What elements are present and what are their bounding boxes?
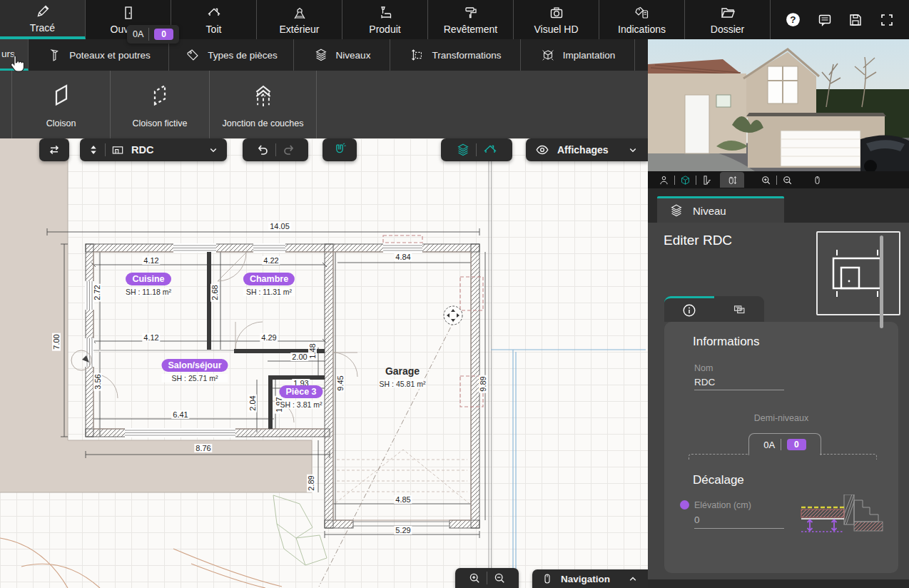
swap-view-button[interactable] — [39, 138, 69, 161]
comment-icon[interactable] — [816, 11, 833, 29]
room-name[interactable]: Salon/séjour — [161, 359, 228, 372]
help-icon[interactable] — [784, 11, 802, 29]
level-thumbnail[interactable] — [816, 231, 900, 315]
exterior-icon — [291, 4, 308, 21]
floorplan-canvas[interactable]: 14.054.124.224.842.722.687.004.124.292.0… — [0, 138, 648, 588]
tab-dossier[interactable]: Dossier — [685, 0, 771, 39]
half-level-0[interactable]: 0 — [154, 29, 173, 40]
room-name[interactable]: Pièce 3 — [279, 385, 323, 398]
elevation-value[interactable]: 0 — [694, 514, 700, 525]
ribbon-item-label: Implantation — [563, 50, 616, 61]
tab-structure[interactable] — [714, 296, 764, 322]
mouse-vertical-arrows-icon[interactable] — [726, 174, 738, 186]
tab-niveau[interactable]: Niveau — [657, 196, 784, 223]
tool-label: Cloison fictive — [132, 118, 187, 128]
save-icon[interactable] — [847, 11, 864, 29]
room-area: SH : 11.18 m² — [126, 288, 171, 296]
room-name[interactable]: Cuisine — [126, 273, 171, 285]
level-selector[interactable]: RDC — [80, 138, 227, 161]
room-label[interactable]: Salon/séjourSH : 25.71 m² — [161, 358, 228, 382]
tab-label: Indications — [618, 24, 666, 35]
walkthrough-person-icon[interactable] — [658, 174, 670, 186]
level-value: RDC — [131, 144, 153, 156]
ribbon-item-transformations[interactable]: Transformations — [390, 39, 521, 71]
transform-icon — [409, 47, 425, 63]
elevation-label: Elévation (cm) — [694, 500, 751, 510]
tool-cloison-fictive[interactable]: Cloison fictive — [111, 71, 210, 138]
ribbon-item-implantation[interactable]: Implantation — [521, 39, 635, 71]
room-label[interactable]: GarageSH : 45.81 m² — [380, 365, 426, 388]
move-handle-icon — [444, 306, 462, 325]
tool-label: Jonction de couches — [223, 118, 304, 128]
tab-visuel-hd[interactable]: Visuel HD — [514, 0, 599, 39]
zoom-in-icon[interactable] — [467, 571, 482, 585]
panel-half-level-switch[interactable]: 0A 0 — [748, 433, 821, 455]
elevation-view-icon[interactable] — [701, 174, 713, 186]
zoom-controls — [455, 568, 519, 588]
undo-icon[interactable] — [255, 142, 270, 158]
tool-jonction[interactable]: Jonction de couches — [210, 71, 317, 138]
room-label[interactable]: Pièce 3SH : 3.81 m² — [279, 385, 323, 409]
ribbon-item-label: Transformations — [432, 50, 501, 61]
panel-half-0[interactable]: 0 — [787, 439, 806, 450]
panel-body: Editer RDC Informations Nom — [648, 223, 909, 579]
preview-zoom-in-icon[interactable] — [760, 174, 772, 186]
chevron-down-icon — [207, 143, 220, 156]
tab-informations[interactable] — [664, 296, 714, 322]
tab-indications[interactable]: Indications — [599, 0, 685, 39]
panel-tabs — [664, 296, 764, 322]
demi-niveaux-label: Demi-niveaux — [664, 413, 898, 423]
tab-niveau-label: Niveau — [693, 205, 726, 217]
roof-view-icon[interactable] — [482, 141, 499, 158]
tab-toit[interactable]: Toit — [171, 0, 257, 39]
panel-scrollbar[interactable] — [880, 235, 883, 328]
tab-revetement[interactable]: Revêtement — [428, 0, 514, 39]
room-name[interactable]: Chambre — [243, 273, 295, 285]
tab-exterieur[interactable]: Extérieur — [257, 0, 342, 39]
layer-junction-icon — [248, 81, 278, 111]
room-label[interactable]: ChambreSH : 11.31 m² — [243, 272, 295, 296]
floorplan-mini-icon — [111, 143, 125, 157]
preview-mouse-icon[interactable] — [812, 175, 823, 186]
3d-cube-icon[interactable] — [679, 174, 691, 186]
preview-toolbar — [648, 171, 909, 188]
wall-tools-toolbar: Cloison Cloison fictive Jonction de couc… — [0, 71, 648, 138]
ribbon-item-poteaux[interactable]: Poteaux et poutres — [29, 39, 169, 71]
room-name[interactable]: Garage — [385, 365, 420, 377]
ribbon-toolbar: urs Poteaux et poutres Types de pièces N… — [0, 39, 648, 71]
level-properties-card: Informations Nom RDC Demi-niveaux 0A 0 D… — [664, 322, 898, 573]
tab-label: Dossier — [711, 24, 744, 35]
elevation-color-dot — [680, 500, 689, 510]
tab-label: Tracé — [30, 22, 55, 34]
elevation-input-underline[interactable] — [694, 528, 784, 529]
ribbon-item-murs[interactable]: urs — [0, 39, 29, 71]
ribbon-item-label: Types de pièces — [208, 50, 278, 61]
zoom-out-icon[interactable] — [492, 571, 507, 585]
chevron-up-icon — [626, 572, 639, 585]
preview-zoom-out-icon[interactable] — [781, 174, 793, 186]
ribbon-item-types-pieces[interactable]: Types de pièces — [169, 39, 294, 71]
spinner-updown-icon[interactable] — [87, 143, 100, 156]
fullscreen-icon[interactable] — [878, 11, 895, 29]
ribbon-item-niveaux[interactable]: Niveaux — [294, 39, 390, 71]
nom-input-underline[interactable] — [694, 390, 784, 390]
nom-value[interactable]: RDC — [694, 377, 715, 387]
affichages-dropdown[interactable]: Affichages — [526, 138, 648, 161]
redo-icon[interactable] — [281, 142, 297, 158]
layers-view-icon[interactable] — [455, 142, 471, 158]
magnet-snap-button[interactable] — [323, 138, 357, 161]
camera-icon — [548, 4, 565, 21]
navigation-panel-toggle[interactable]: Navigation — [532, 569, 648, 588]
room-label[interactable]: CuisineSH : 11.18 m² — [126, 272, 171, 296]
tab-trace[interactable]: Tracé — [0, 0, 86, 39]
panel-title: Editer RDC — [664, 233, 732, 248]
half-level-switch[interactable]: 0A 0 — [127, 25, 179, 44]
3d-preview-viewport[interactable] — [648, 39, 909, 171]
decalage-heading: Décalage — [693, 473, 744, 487]
half-level-0a[interactable]: 0A — [133, 29, 143, 39]
dashed-wall-panel-icon — [145, 81, 175, 111]
swap-arrows-icon — [46, 142, 62, 158]
panel-half-0a[interactable]: 0A — [763, 440, 775, 450]
tab-produit[interactable]: Produit — [342, 0, 428, 39]
tool-cloison[interactable]: Cloison — [11, 71, 111, 138]
